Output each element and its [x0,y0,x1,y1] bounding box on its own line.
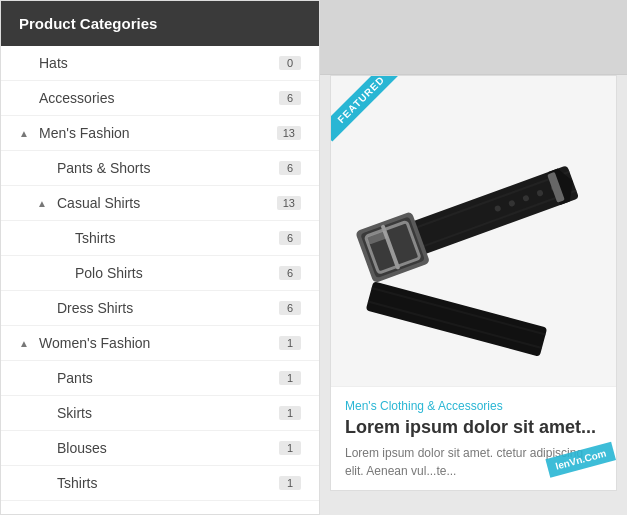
category-row-skirts[interactable]: Skirts 1 [1,396,319,430]
category-badge: 6 [279,266,301,280]
list-item: Pants 1 [1,361,319,396]
category-row-casual-shirts[interactable]: ▲ Casual Shirts 13 [1,186,319,220]
list-item: ▲ Casual Shirts 13 [1,186,319,221]
category-label: Polo Shirts [75,265,143,281]
category-badge: 1 [279,371,301,385]
featured-ribbon: FEATURED [331,76,411,156]
category-label: Tshirts [75,230,115,246]
category-label: Dress Shirts [57,300,133,316]
category-row-polo-shirts[interactable]: Polo Shirts 6 [1,256,319,290]
category-row-pants-shorts[interactable]: Pants & Shorts 6 [1,151,319,185]
category-row-womens-fashion[interactable]: ▲ Women's Fashion 1 [1,326,319,360]
category-label: Skirts [57,405,92,421]
category-row-blouses[interactable]: Blouses 1 [1,431,319,465]
list-item: Tshirts 1 [1,466,319,501]
category-badge: 6 [279,231,301,245]
svg-rect-14 [365,281,547,357]
sidebar: Product Categories Hats 0 Accessories 6 [0,0,320,515]
category-row-hats[interactable]: Hats 0 [1,46,319,80]
list-item: ▲ Men's Fashion 13 [1,116,319,151]
category-badge: 0 [279,56,301,70]
category-label: Pants & Shorts [57,160,150,176]
product-title: Lorem ipsum dolor sit amet... [345,417,602,438]
list-item: Blouses 1 [1,431,319,466]
list-item: ▲ Women's Fashion 1 [1,326,319,361]
featured-ribbon-label: FEATURED [331,76,403,142]
product-card: FEATURED [330,75,617,491]
category-label: Women's Fashion [39,335,150,351]
category-badge: 6 [279,301,301,315]
category-row-dress-shirts[interactable]: Dress Shirts 6 [1,291,319,325]
product-info: Men's Clothing & Accessories Lorem ipsum… [331,386,616,490]
category-badge: 1 [279,441,301,455]
category-badge: 13 [277,126,301,140]
expand-arrow-icon: ▲ [19,128,31,139]
main-panel: FEATURED [320,0,627,515]
category-row-accessories[interactable]: Accessories 6 [1,81,319,115]
category-list: Hats 0 Accessories 6 ▲ Men's Fashion [1,46,319,501]
category-badge: 1 [279,476,301,490]
category-badge: 1 [279,336,301,350]
category-badge: 6 [279,161,301,175]
category-label: Tshirts [57,475,97,491]
category-badge: 1 [279,406,301,420]
list-item: Pants & Shorts 6 [1,151,319,186]
category-label: Pants [57,370,93,386]
category-row-tshirts-2[interactable]: Tshirts 1 [1,466,319,500]
list-item: Skirts 1 [1,396,319,431]
expand-arrow-icon: ▲ [19,338,31,349]
product-category: Men's Clothing & Accessories [345,399,602,413]
category-label: Blouses [57,440,107,456]
category-row-mens-fashion[interactable]: ▲ Men's Fashion 13 [1,116,319,150]
sidebar-header: Product Categories [1,1,319,46]
list-item: Dress Shirts 6 [1,291,319,326]
top-banner [320,0,627,75]
list-item: Tshirts 6 [1,221,319,256]
category-label: Hats [39,55,68,71]
category-label: Accessories [39,90,114,106]
category-label: Casual Shirts [57,195,140,211]
list-item: Accessories 6 [1,81,319,116]
category-badge: 6 [279,91,301,105]
category-badge: 13 [277,196,301,210]
expand-arrow-icon: ▲ [37,198,49,209]
list-item: Polo Shirts 6 [1,256,319,291]
category-label: Men's Fashion [39,125,130,141]
category-row-tshirts-1[interactable]: Tshirts 6 [1,221,319,255]
category-row-pants[interactable]: Pants 1 [1,361,319,395]
list-item: Hats 0 [1,46,319,81]
